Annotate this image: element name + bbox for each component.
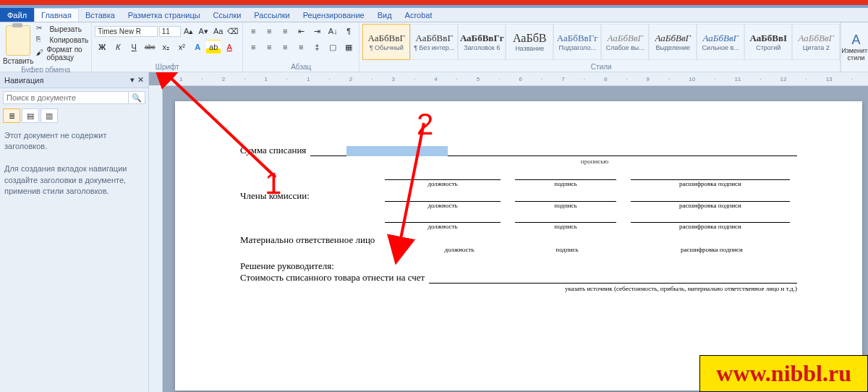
brush-icon: 🖌 bbox=[36, 48, 43, 59]
change-case-button[interactable]: Aa bbox=[211, 24, 224, 38]
search-input[interactable] bbox=[3, 91, 129, 104]
scissors-icon: ✂ bbox=[36, 24, 46, 34]
format-painter-button[interactable]: 🖌Формат по образцу bbox=[36, 46, 88, 61]
change-styles-button[interactable]: A Изменить стили bbox=[841, 22, 868, 72]
doc-sub-rasp: расшифровка подписи bbox=[631, 180, 790, 187]
tab-mailings[interactable]: Рассылки bbox=[247, 8, 296, 22]
style-5[interactable]: АаБбВвГСлабое вы... bbox=[601, 24, 649, 60]
style-6[interactable]: АаБбВвГВыделение bbox=[649, 24, 697, 60]
style-9[interactable]: АаБбВвГЦитата 2 bbox=[792, 24, 840, 60]
menu-bar: Файл Главная Вставка Разметка страницы С… bbox=[0, 8, 868, 22]
change-styles-label: Изменить стили bbox=[841, 48, 868, 62]
tab-insert[interactable]: Вставка bbox=[79, 8, 122, 22]
cut-button[interactable]: ✂Вырезать bbox=[36, 24, 88, 34]
shading-button[interactable]: ▢ bbox=[326, 40, 340, 54]
bold-button[interactable]: Ж bbox=[95, 40, 109, 54]
tab-page-layout[interactable]: Разметка страницы bbox=[122, 8, 207, 22]
strike-button[interactable]: abc bbox=[142, 40, 157, 54]
tab-review[interactable]: Рецензирование bbox=[297, 8, 371, 22]
tab-references[interactable]: Ссылки bbox=[207, 8, 248, 22]
show-marks-button[interactable]: ¶ bbox=[341, 24, 356, 38]
doc-sub-podp: подпись bbox=[515, 180, 616, 187]
indent-inc-button[interactable]: ⇥ bbox=[310, 24, 324, 38]
nav-pane-header: Навигация ▾ ✕ bbox=[0, 72, 148, 88]
workspace: Навигация ▾ ✕ 🔍 ≣ ▤ ▥ Этот документ не с… bbox=[0, 72, 868, 392]
indent-dec-button[interactable]: ⇤ bbox=[294, 24, 308, 38]
navigation-pane: Навигация ▾ ✕ 🔍 ≣ ▤ ▥ Этот документ не с… bbox=[0, 72, 149, 392]
group-styles: АаБбВвГ¶ ОбычныйАаБбВвГ¶ Без интер...АаБ… bbox=[359, 22, 841, 72]
group-paragraph: ≡ ≡ ≡ ⇤ ⇥ A↓ ¶ ≡ ≡ ≡ ≡ ‡ ▢ ▦ Абзац bbox=[243, 22, 359, 72]
shrink-font-button[interactable]: A▾ bbox=[197, 24, 210, 38]
superscript-button[interactable]: x² bbox=[174, 40, 189, 54]
doc-label-stoim: Стоимость списанного товара отнести на с… bbox=[240, 272, 425, 284]
watermark: www.nibbl.ru bbox=[699, 355, 868, 392]
file-menu[interactable]: Файл bbox=[0, 8, 34, 22]
document-page[interactable]: Сумма списания прописью должностьподпись… bbox=[175, 101, 862, 391]
nav-tab-pages[interactable]: ▤ bbox=[22, 108, 39, 123]
nav-tab-results[interactable]: ▥ bbox=[41, 108, 58, 123]
line-spacing-button[interactable]: ‡ bbox=[310, 40, 324, 54]
bullets-button[interactable]: ≡ bbox=[246, 24, 260, 38]
align-center-button[interactable]: ≡ bbox=[262, 40, 276, 54]
document-area: 1·2·1·1·2·3·4·5·6·7·8·9·10·11·12·13·14·1… bbox=[149, 72, 868, 392]
font-color-button[interactable]: A bbox=[222, 40, 237, 54]
search-button[interactable]: 🔍 bbox=[129, 91, 145, 104]
doc-sub-dolzh: должность bbox=[385, 180, 501, 187]
font-name-select[interactable]: Times New R bbox=[95, 26, 157, 37]
doc-label-mat: Материально ответственное лицо bbox=[240, 234, 375, 246]
tab-home[interactable]: Главная bbox=[34, 8, 79, 22]
nav-search: 🔍 bbox=[3, 91, 145, 104]
style-8[interactable]: АаБбВвІСтрогий bbox=[744, 24, 792, 60]
cut-label: Вырезать bbox=[49, 25, 81, 33]
doc-label-resh: Решение руководителя: bbox=[240, 260, 797, 272]
styles-icon: A bbox=[852, 33, 861, 48]
numbering-button[interactable]: ≡ bbox=[262, 24, 276, 38]
copy-icon: ⎘ bbox=[36, 35, 46, 45]
doc-sub-propis: прописью bbox=[392, 158, 797, 165]
italic-button[interactable]: К bbox=[111, 40, 125, 54]
multilevel-button[interactable]: ≡ bbox=[278, 24, 292, 38]
group-font: Times New R 11 A▴ A▾ Aa ⌫ Ж К Ч abc x₂ x… bbox=[92, 22, 243, 72]
group-clipboard: Вставить ✂Вырезать ⎘Копировать 🖌Формат п… bbox=[0, 22, 92, 72]
search-icon: 🔍 bbox=[132, 93, 142, 103]
clear-format-button[interactable]: ⌫ bbox=[226, 24, 239, 38]
horizontal-ruler[interactable]: 1·2·1·1·2·3·4·5·6·7·8·9·10·11·12·13·14·1… bbox=[162, 72, 868, 86]
underline-button[interactable]: Ч bbox=[127, 40, 141, 54]
align-left-button[interactable]: ≡ bbox=[246, 40, 260, 54]
style-4[interactable]: АаБбВвГгПодзаголо... bbox=[553, 24, 601, 60]
style-2[interactable]: АаБбВвГгЗаголовок 6 bbox=[458, 24, 506, 60]
doc-label-sum: Сумма списания bbox=[240, 145, 306, 156]
subscript-button[interactable]: x₂ bbox=[158, 40, 173, 54]
style-7[interactable]: АаБбВвГСильное в... bbox=[697, 24, 744, 60]
tab-acrobat[interactable]: Acrobat bbox=[399, 8, 439, 22]
group-label-styles: Стили bbox=[362, 62, 840, 72]
style-3[interactable]: АаБбВНазвание bbox=[506, 24, 553, 60]
doc-sub-foot: указать источник (себестоимость, прибыль… bbox=[240, 285, 797, 292]
text-effects-button[interactable]: A bbox=[190, 40, 205, 54]
nav-dropdown-icon[interactable]: ▾ bbox=[130, 75, 135, 85]
style-0[interactable]: АаБбВвГ¶ Обычный bbox=[362, 24, 410, 60]
text-selection bbox=[346, 146, 448, 156]
nav-close-icon[interactable]: ✕ bbox=[137, 75, 144, 85]
nav-pane-title: Навигация bbox=[4, 76, 43, 85]
sort-button[interactable]: A↓ bbox=[326, 24, 340, 38]
vertical-ruler[interactable] bbox=[149, 85, 163, 392]
justify-button[interactable]: ≡ bbox=[294, 40, 308, 54]
nav-empty-hint: Для создания вкладок навигации создайте … bbox=[4, 163, 144, 197]
style-1[interactable]: АаБбВвГ¶ Без интер... bbox=[410, 24, 458, 60]
font-size-select[interactable]: 11 bbox=[159, 26, 181, 37]
tab-view[interactable]: Вид bbox=[371, 8, 399, 22]
nav-empty-heading-msg: Этот документ не содержит заголовков. bbox=[4, 130, 144, 153]
nav-tab-headings[interactable]: ≣ bbox=[3, 108, 20, 123]
paste-button[interactable]: Вставить bbox=[3, 24, 33, 65]
highlight-button[interactable]: ab bbox=[206, 40, 221, 54]
copy-label: Копировать bbox=[49, 36, 88, 44]
grow-font-button[interactable]: A▴ bbox=[182, 24, 195, 38]
align-right-button[interactable]: ≡ bbox=[278, 40, 292, 54]
format-label: Формат по образцу bbox=[46, 46, 88, 61]
annotation-red-bar bbox=[0, 0, 868, 5]
borders-button[interactable]: ▦ bbox=[341, 40, 356, 54]
copy-button[interactable]: ⎘Копировать bbox=[36, 35, 88, 45]
group-label-font: Шрифт bbox=[95, 62, 239, 72]
paste-label: Вставить bbox=[3, 57, 33, 65]
